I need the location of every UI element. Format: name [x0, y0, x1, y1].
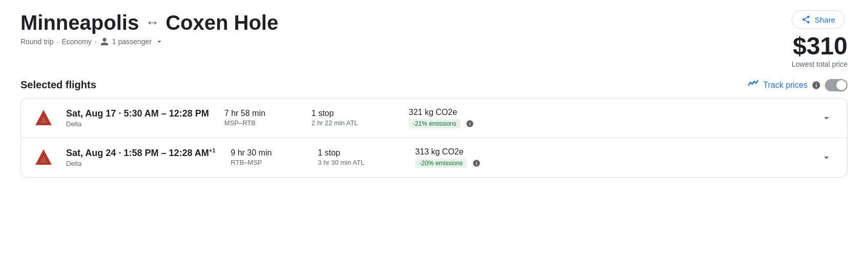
stops-detail-1: 2 hr 22 min ATL [312, 119, 394, 127]
emissions-block-1: 321 kg CO2e -21% emissions [409, 108, 816, 128]
stops-count-1: 1 stop [312, 109, 394, 118]
track-prices-icon [748, 79, 759, 92]
overnight-superscript: +1 [209, 147, 216, 153]
title-block: Minneapolis ↔ Coxen Hole Round trip · Ec… [20, 10, 278, 46]
flight-time-block-2: Sat, Aug 24 · 1:58 PM – 12:28 AM+1 Delta [66, 147, 215, 167]
duration-block-2: 9 hr 30 min RTB–MSP [231, 148, 302, 166]
origin: Minneapolis [20, 10, 139, 35]
track-prices-info-icon[interactable] [812, 81, 821, 90]
flight-time-range-1: 5:30 AM – 12:28 PM [123, 108, 209, 119]
trip-type: Round trip [20, 37, 54, 46]
flight-expand-btn-1[interactable] [816, 108, 837, 128]
flight-times-2: Sat, Aug 24 · 1:58 PM – 12:28 AM+1 [66, 147, 215, 159]
price-value: $310 [792, 33, 848, 60]
trip-meta: Round trip · Economy · 1 passenger [20, 37, 278, 46]
airline-logo-1 [31, 108, 56, 128]
share-button[interactable]: Share [792, 10, 845, 29]
emissions-kg-1: 321 kg CO2e [409, 108, 816, 117]
flight-times-1: Sat, Aug 17 · 5:30 AM – 12:28 PM [66, 108, 209, 119]
dot-1: · [57, 37, 59, 46]
emissions-badge-row-1: -21% emissions [409, 117, 816, 128]
flight-date-1: Sat, Aug 17 [66, 108, 116, 119]
emissions-badge-1: -21% emissions [409, 119, 461, 128]
stops-detail-2: 3 hr 30 min ATL [318, 159, 400, 166]
emissions-badge-2: -20% emissions [415, 159, 467, 168]
flight-time-block-1: Sat, Aug 17 · 5:30 AM – 12:28 PM Delta [66, 108, 209, 128]
flight-time-range-2: 1:58 PM – 12:28 AM [123, 148, 209, 158]
emissions-badge-row-2: -20% emissions [415, 157, 816, 168]
stops-block-2: 1 stop 3 hr 30 min ATL [318, 148, 400, 166]
flight-row-2: Sat, Aug 24 · 1:58 PM – 12:28 AM+1 Delta… [21, 138, 847, 177]
duration-route-1: MSP–RTB [224, 119, 296, 127]
arrows-icon: ↔ [145, 14, 159, 31]
dot-flight-1: · [118, 108, 123, 119]
price-label: Lowest total price [792, 60, 848, 68]
duration-route-2: RTB–MSP [231, 159, 302, 166]
dot-flight-2: · [118, 148, 123, 158]
track-prices-label: Track prices [763, 81, 808, 90]
flight-airline-2: Delta [66, 160, 215, 167]
passenger-dropdown[interactable] [155, 37, 164, 46]
duration-time-1: 7 hr 58 min [224, 109, 296, 118]
passenger-icon [100, 37, 109, 46]
section-header: Selected flights Track prices [20, 79, 848, 92]
duration-block-1: 7 hr 58 min MSP–RTB [224, 109, 296, 127]
airline-logo-2 [31, 147, 56, 168]
route-title: Minneapolis ↔ Coxen Hole [20, 10, 278, 35]
price-block: $310 Lowest total price [792, 33, 848, 68]
emissions-info-icon-1[interactable] [466, 120, 474, 128]
track-prices-area: Track prices [748, 79, 848, 92]
cabin-class: Economy [61, 37, 91, 46]
section-title: Selected flights [20, 79, 96, 91]
stops-block-1: 1 stop 2 hr 22 min ATL [312, 109, 394, 127]
page-header: Minneapolis ↔ Coxen Hole Round trip · Ec… [20, 10, 848, 68]
flight-airline-1: Delta [66, 120, 209, 128]
track-prices-toggle[interactable] [825, 79, 848, 91]
emissions-kg-2: 313 kg CO2e [415, 147, 816, 157]
duration-time-2: 9 hr 30 min [231, 148, 302, 158]
flight-date-2: Sat, Aug 24 [66, 148, 116, 158]
header-right: Share $310 Lowest total price [792, 10, 848, 68]
emissions-block-2: 313 kg CO2e -20% emissions [415, 147, 816, 168]
destination: Coxen Hole [166, 10, 278, 35]
dot-2: · [95, 37, 97, 46]
passenger-count: 1 passenger [112, 37, 152, 46]
flights-container: Sat, Aug 17 · 5:30 AM – 12:28 PM Delta 7… [20, 98, 848, 178]
share-label: Share [815, 15, 835, 24]
emissions-info-icon-2[interactable] [472, 159, 481, 167]
flight-expand-btn-2[interactable] [816, 147, 837, 168]
flight-row: Sat, Aug 17 · 5:30 AM – 12:28 PM Delta 7… [21, 99, 847, 138]
stops-count-2: 1 stop [318, 148, 400, 158]
